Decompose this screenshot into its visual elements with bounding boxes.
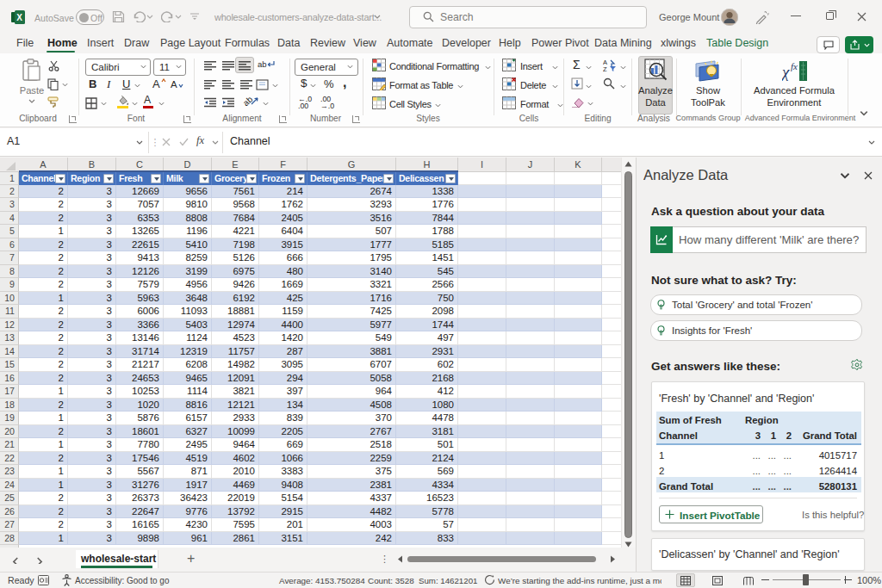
svg-text:χ: χ	[782, 63, 790, 81]
svg-text:fx: fx	[791, 61, 798, 71]
svg-text:Z: Z	[603, 65, 607, 71]
svg-text:X: X	[16, 13, 22, 22]
